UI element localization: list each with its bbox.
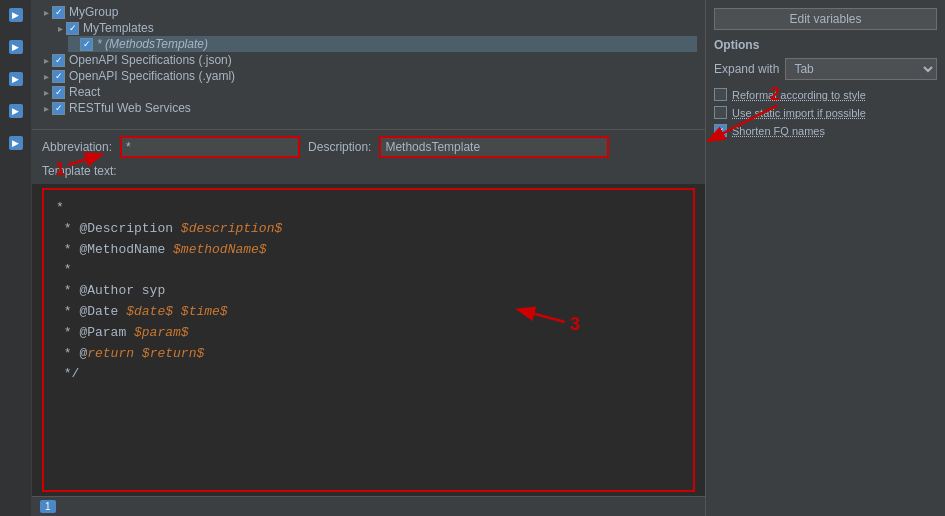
shorten-fq-label: Shorten FQ names [732, 125, 825, 137]
tree-item-openapi-yaml[interactable]: ▸ ✓ OpenAPI Specifications (.yaml) [40, 68, 697, 84]
code-line-9: */ [56, 364, 681, 385]
tree-checkbox[interactable]: ✓ [52, 54, 65, 67]
gutter-icon-5[interactable]: ▶ [9, 136, 23, 150]
tree-label: OpenAPI Specifications (.yaml) [69, 69, 235, 83]
tree-label: React [69, 85, 100, 99]
tree-label: MyTemplates [83, 21, 154, 35]
template-editor[interactable]: * * @Description $description$ * @Method… [42, 188, 695, 492]
shorten-fq-checkbox[interactable]: ✓ [714, 124, 727, 137]
tree-item-restful[interactable]: ▸ ✓ RESTful Web Services [40, 100, 697, 116]
main-content: ▸ ✓ MyGroup ▸ ✓ MyTemplates ✓ * (Methods… [32, 0, 945, 516]
tree-arrow: ▸ [40, 103, 52, 114]
tree-checkbox[interactable]: ✓ [52, 70, 65, 83]
tree-item-mygroup[interactable]: ▸ ✓ MyGroup [40, 4, 697, 20]
abbreviation-input[interactable] [120, 136, 300, 158]
tree-label: RESTful Web Services [69, 101, 191, 115]
code-line-4: * [56, 260, 681, 281]
tree-checkbox[interactable]: ✓ [80, 38, 93, 51]
option-row-shorten-fq[interactable]: ✓ Shorten FQ names [714, 124, 937, 137]
tree-arrow: ▸ [40, 7, 52, 18]
description-label: Description: [308, 140, 371, 154]
tree-checkbox[interactable]: ✓ [52, 86, 65, 99]
tree-panel: ▸ ✓ MyGroup ▸ ✓ MyTemplates ✓ * (Methods… [32, 0, 705, 130]
tree-arrow: ▸ [40, 55, 52, 66]
form-area: Abbreviation: Description: Template text… [32, 130, 705, 184]
tree-arrow: ▸ [40, 71, 52, 82]
code-line-1: * [56, 198, 681, 219]
right-panel: Edit variables Options Expand with Tab E… [705, 0, 945, 516]
bottom-badge: 1 [40, 500, 56, 513]
code-line-5: * @Author syp [56, 281, 681, 302]
tree-arrow: ▸ [40, 87, 52, 98]
gutter-icon-1[interactable]: ▶ [9, 8, 23, 22]
gutter-icon-3[interactable]: ▶ [9, 72, 23, 86]
left-gutter: ▶ ▶ ▶ ▶ ▶ [0, 0, 32, 516]
expand-with-label: Expand with [714, 62, 779, 76]
tree-checkbox[interactable]: ✓ [66, 22, 79, 35]
abbreviation-label: Abbreviation: [42, 140, 112, 154]
left-main: ▸ ✓ MyGroup ▸ ✓ MyTemplates ✓ * (Methods… [32, 0, 705, 516]
tree-item-openapi-json[interactable]: ▸ ✓ OpenAPI Specifications (.json) [40, 52, 697, 68]
reformat-label: Reformat according to style [732, 89, 866, 101]
expand-row: Expand with Tab Enter Space [714, 58, 937, 80]
bottom-strip: 1 [32, 496, 705, 516]
tree-label: * (MethodsTemplate) [97, 37, 208, 51]
static-import-label: Use static import if possible [732, 107, 866, 119]
option-row-reformat[interactable]: Reformat according to style [714, 88, 937, 101]
tree-item-mytemplates[interactable]: ▸ ✓ MyTemplates [54, 20, 697, 36]
description-input[interactable] [379, 136, 609, 158]
code-line-6: * @Date $date$ $time$ [56, 302, 681, 323]
code-line-2: * @Description $description$ [56, 219, 681, 240]
static-import-checkbox[interactable] [714, 106, 727, 119]
tree-item-react[interactable]: ▸ ✓ React [40, 84, 697, 100]
tree-label: MyGroup [69, 5, 118, 19]
code-line-7: * @Param $param$ [56, 323, 681, 344]
code-line-3: * @MethodName $methodName$ [56, 240, 681, 261]
option-row-static-import[interactable]: Use static import if possible [714, 106, 937, 119]
form-row-abbr: Abbreviation: Description: [42, 136, 695, 158]
tree-arrow: ▸ [54, 23, 66, 34]
options-label: Options [714, 38, 937, 52]
edit-variables-button[interactable]: Edit variables [714, 8, 937, 30]
gutter-icon-2[interactable]: ▶ [9, 40, 23, 54]
tree-checkbox[interactable]: ✓ [52, 102, 65, 115]
expand-with-select[interactable]: Tab Enter Space [785, 58, 937, 80]
content-body: ▸ ✓ MyGroup ▸ ✓ MyTemplates ✓ * (Methods… [32, 0, 945, 516]
tree-label: OpenAPI Specifications (.json) [69, 53, 232, 67]
tree-checkbox[interactable]: ✓ [52, 6, 65, 19]
code-line-8: * @return $return$ [56, 344, 681, 365]
template-text-label: Template text: [42, 164, 695, 178]
gutter-icon-4[interactable]: ▶ [9, 104, 23, 118]
tree-item-methods-template[interactable]: ✓ * (MethodsTemplate) [68, 36, 697, 52]
reformat-checkbox[interactable] [714, 88, 727, 101]
